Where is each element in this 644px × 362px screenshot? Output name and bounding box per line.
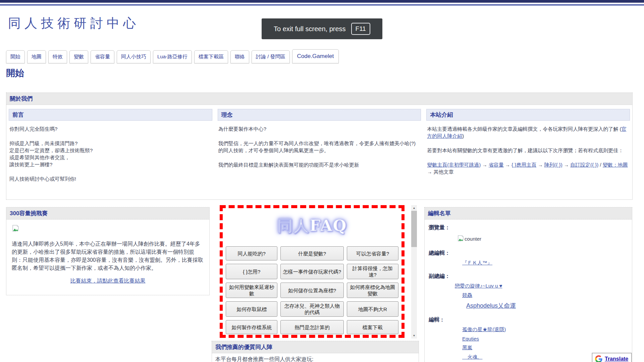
main-nav-tabs: 開始地圖特效變數省容量同人小技巧Lua-路亞修行檔案下載區聯絡討論 / 發問區C… [6,49,339,63]
scroll-down-arrow-icon[interactable]: ▼ [411,333,417,339]
faq-button[interactable]: 如何儲存位置為座標? [280,283,343,298]
faq-button[interactable]: 如何製作存檔系統 [226,320,277,334]
faq-scrollbar[interactable]: ▲ ▼ [411,205,417,339]
top-blue-bar [0,4,644,6]
google-translate-widget: Translate [592,353,632,362]
faq-button[interactable]: 地圖不夠大R [347,301,398,317]
faq-button[interactable]: 如何存取鼠標 [226,301,277,317]
scrollbar-thumb[interactable] [411,211,417,247]
editors-section: 編輯名單 瀏覽量： counter 總編輯：『ＦＫ人™』副總編：戀愛の旋律♪~L… [424,207,632,362]
tab-7[interactable]: Lua-路亞修行 [153,50,192,63]
editor-member-link[interactable]: Equties [462,336,479,342]
column-body: 為什麼要製作本中心?我們堅信，光一人的力量不可為同人作出改變，唯有透過教育，令更… [218,121,421,168]
faq-button[interactable]: 可以怎省容量? [347,246,398,260]
faq-button[interactable]: 熱門是怎計算的 [280,320,343,334]
tab-5[interactable]: 省容量 [91,50,114,63]
tab-3[interactable]: 特效 [48,50,67,63]
about-column: 前言你對同人完全陌生嗎?抑或是入門級，尚未摸清門路?定是已有一定資歷，卻遇上技術… [9,109,212,190]
faq-box: 同人FAQ 同人能吃的?什麼是變數?可以怎省容量?{ }怎用?怎樣一事件儲存玩家… [220,205,405,338]
column-body: 你對同人完全陌生嗎?抑或是入門級，尚未摸清門路?定是已有一定資歷，卻遇上技術瓶頸… [9,121,212,182]
editor-member-link[interactable]: 黑嵐 [462,345,472,351]
broken-image-icon [457,235,465,243]
text-link[interactable]: 官方的同人陣介紹 [427,126,626,139]
tab-6[interactable]: 同人小技巧 [117,50,151,63]
text-link[interactable]: 自訂設定({ }) [570,162,598,168]
editor-member-link[interactable]: 戀愛の旋律♪~Luv u ♥ [455,283,502,289]
recommend-section-title: 我們推薦的優質同人陣 [212,341,419,353]
about-section: 關於我們 前言你對同人完全陌生嗎?抑或是入門級，尚未摸清門路?定是已有一定資歷，… [6,93,633,200]
about-column: 理念為什麼要製作本中心?我們堅信，光一人的力量不可為同人作出改變，唯有透過教育，… [218,109,421,190]
editor-member-link[interactable]: 『ＦＫ人™』 [462,260,492,266]
faq-button-grid: 同人能吃的?什麼是變數?可以怎省容量?{ }怎用?怎樣一事件儲存玩家代碼?計算得… [223,236,401,337]
about-columns: 前言你對同人完全陌生嗎?抑或是入門級，尚未摸清門路?定是已有一定資歷，卻遇上技術… [6,105,632,194]
editor-group-label: 編輯： [429,316,628,323]
paragraph: 我們的最終目標是主動解決表面無可能的功能而不是求小哈更新 [218,161,421,168]
faq-button[interactable]: 同人能吃的? [226,246,277,260]
text-link[interactable]: 變數主頁(非初學可跳過) [427,162,481,168]
column-body: 本站主要透過轉載各大師級作家的文章及編輯撰文，令各玩家對同人陣有更深入的了解 (… [426,121,630,175]
tab-11[interactable]: Code.Gamelet [292,49,339,63]
f11-key-badge: F11 [351,23,370,35]
recommend-body-text: 本平台每月都會推薦一些同人供大家遊玩: [212,353,419,362]
editor-member-link[interactable]: 燚驫 [462,292,472,299]
text-link[interactable]: { }應用主頁 [512,162,536,168]
tab-10[interactable]: 討論 / 發問區 [252,50,290,63]
paragraph: 變數主頁(非初學可跳過) → 省容量 → { }應用主頁 → 陣列({ }) →… [427,161,629,175]
views-label: 瀏覽量： [429,224,628,231]
faq-button[interactable]: 怎樣一事件儲存玩家代碼? [280,264,343,279]
tab-1[interactable]: 開始 [6,50,25,63]
faq-button[interactable]: 什麼是變數? [280,246,343,260]
faq-button[interactable]: 如何用變數來延遲秒數 [226,283,277,298]
contest-description: 適逢同人陣即將步入5周年，本中心正在舉辦一場同人陣創作比賽。經歷了4年多的更新，… [12,240,204,272]
fullscreen-toast-text: To exit full screen, press [274,25,346,33]
scroll-up-arrow-icon[interactable]: ▲ [411,205,417,211]
counter-row: counter [457,235,628,243]
text-link[interactable]: 陣列({ }) [544,162,562,168]
contest-section: 300容量挑戰賽 適逢同人陣即將步入5周年，本中心正在舉辦一場同人陣創作比賽。經… [6,207,210,295]
column-title: 本站介紹 [426,109,630,121]
counter-alt-text: counter [465,236,481,242]
page-title: 開始 [6,67,24,79]
broken-image-icon [12,224,20,235]
contest-results-link[interactable]: 比賽結束，請點此查看比賽結果 [70,278,146,284]
paragraph: 抑或是入門級，尚未摸清門路?定是已有一定資歷，卻遇上技術瓶頸?或是希望與其他作者… [9,140,212,168]
faq-button[interactable]: 計算得很慢，怎加速? [347,264,398,279]
faq-embed-area: 同人FAQ 同人能吃的?什麼是變數?可以怎省容量?{ }怎用?怎樣一事件儲存玩家… [220,205,417,339]
faq-button[interactable]: 如何將座標化為地圖變數 [347,283,398,298]
about-column: 本站介紹本站主要透過轉載各大師級作家的文章及編輯撰文，令各玩家對同人陣有更深入的… [426,109,630,190]
paragraph: 本站主要透過轉載各大師級作家的文章及編輯撰文，令各玩家對同人陣有更深入的了解 (… [427,125,629,139]
contest-section-title: 300容量挑戰賽 [6,207,209,220]
faq-title: 同人FAQ [223,216,401,236]
paragraph: 我們堅信，光一人的力量不可為同人作出改變，唯有透過教育，令更多人擁有媲美小哈(?… [218,140,421,154]
editors-section-title: 編輯名單 [425,207,632,220]
text-link[interactable]: 變數：地圖 [603,162,628,168]
editor-member-link[interactable]: ゞ火魂、 [462,354,482,360]
tab-2[interactable]: 地圖 [27,50,46,63]
faq-button[interactable]: { }怎用? [226,264,277,279]
paragraph: 你對同人完全陌生嗎? [9,125,212,132]
top-navy-bar [0,0,644,3]
site-title: 同人技術研討中心 [8,15,140,32]
about-section-title: 關於我們 [6,93,632,105]
paragraph: 為什麼要製作本中心? [218,125,421,132]
paragraph: 若要對本站有關變數的文章有更透澈的了解，建議以以下次序瀏覽；若有程式底則更佳： [427,147,629,154]
recommend-section: 我們推薦的優質同人陣 本平台每月都會推薦一些同人供大家遊玩: [212,341,419,362]
google-logo-icon [595,355,602,362]
tab-4[interactable]: 變數 [69,50,88,63]
editors-body: 瀏覽量： counter 總編輯：『ＦＫ人™』副總編：戀愛の旋律♪~Luv u … [425,220,632,362]
tab-9[interactable]: 聯絡 [230,50,249,63]
text-link[interactable]: 省容量 [489,162,504,168]
fullscreen-toast: To exit full screen, press F11 [262,18,382,39]
column-title: 前言 [9,109,212,121]
tab-8[interactable]: 檔案下載區 [194,50,228,63]
contest-body: 適逢同人陣即將步入5周年，本中心正在舉辦一場同人陣創作比賽。經歷了4年多的更新，… [6,220,209,290]
faq-button[interactable]: 怎存冰兒、死神之類人物的代碼 [280,301,343,317]
editor-group-label: 副總編： [429,273,628,280]
faq-button[interactable]: 檔案下載 [347,320,398,334]
editor-group-label: 總編輯： [429,250,628,257]
editor-member-link[interactable]: 孤傲の星★龍(退隱) [462,326,506,333]
column-title: 理念 [218,109,421,121]
paragraph: 同人技術研討中心或可幫到你! [9,175,212,182]
editor-member-link[interactable]: Asphodelus乂命運 [466,302,516,310]
translate-link[interactable]: Translate [605,356,628,362]
